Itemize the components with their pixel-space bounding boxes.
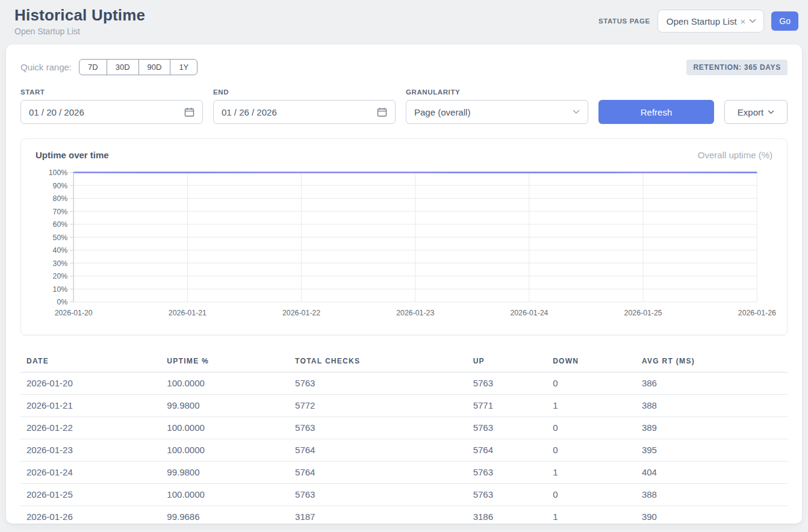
export-button[interactable]: Export [724,100,788,124]
calendar-icon[interactable] [184,107,194,117]
svg-text:100%: 100% [49,169,68,177]
table-cell: 5763 [295,373,473,395]
table-cell: 0 [553,373,642,395]
chevron-down-icon [749,19,756,23]
table-cell: 1 [553,395,642,417]
table-cell: 1 [553,462,642,484]
uptime-chart: 0%10%20%30%40%50%60%70%80%90%100%2026-01… [36,165,772,329]
table-cell: 5764 [295,439,473,462]
svg-text:2026-01-24: 2026-01-24 [510,309,548,317]
uptime-chart-card: Uptime over time Overall uptime (%) 0%10… [20,138,788,335]
svg-text:2026-01-25: 2026-01-25 [624,309,662,317]
svg-text:30%: 30% [53,259,68,268]
granularity-select[interactable]: Page (overall) [406,100,588,124]
svg-text:10%: 10% [53,285,68,294]
go-button[interactable]: Go [771,11,798,31]
refresh-button[interactable]: Refresh [598,100,714,124]
title-block: Historical Uptime Open Startup List [14,6,145,36]
start-date-value: 01 / 20 / 2026 [29,107,84,117]
table-cell: 5763 [473,484,553,506]
col-header-total-checks: TOTAL CHECKS [295,351,473,373]
table-cell: 100.0000 [167,484,295,506]
chevron-down-icon [768,110,774,114]
table-cell: 99.9800 [167,395,295,417]
table-cell: 5763 [473,373,553,395]
svg-text:90%: 90% [53,182,68,190]
quick-range-label: Quick range: [20,62,72,72]
uptime-chart-svg: 0%10%20%30%40%50%60%70%80%90%100%2026-01… [36,165,772,326]
quick-range-90d[interactable]: 90D [138,59,171,75]
main-card: Quick range: 7D 30D 90D 1Y RETENTION: 36… [6,45,802,524]
svg-text:40%: 40% [53,246,68,255]
table-cell: 5764 [295,462,473,484]
quick-range-buttons: 7D 30D 90D 1Y [79,59,197,75]
granularity-field-group: GRANULARITY Page (overall) [406,88,588,124]
calendar-icon[interactable] [377,107,387,117]
start-date-input[interactable]: 01 / 20 / 2026 [20,100,203,124]
quick-range-1y[interactable]: 1Y [170,59,197,75]
topbar-right: STATUS PAGE Open Startup List × Go [598,10,798,32]
table-cell: 99.9800 [167,462,295,484]
granularity-label: GRANULARITY [406,88,588,96]
clear-icon[interactable]: × [741,17,746,26]
table-cell: 388 [642,484,788,506]
table-cell: 386 [642,373,788,395]
table-cell: 5763 [295,484,473,506]
table-cell: 100.0000 [167,373,295,395]
uptime-table-body: 2026-01-20100.00005763576303862026-01-21… [20,373,788,528]
table-cell: 5771 [473,395,553,417]
table-cell: 2026-01-22 [20,417,167,439]
svg-text:20%: 20% [53,272,68,280]
svg-text:50%: 50% [53,234,68,242]
controls-top-row: Quick range: 7D 30D 90D 1Y RETENTION: 36… [20,59,788,75]
table-cell: 2026-01-20 [20,373,167,395]
table-cell: 404 [642,462,788,484]
table-cell: 2026-01-24 [20,462,167,484]
export-button-label: Export [738,107,763,117]
topbar: Historical Uptime Open Startup List STAT… [0,0,808,40]
uptime-table: DATE UPTIME % TOTAL CHECKS UP DOWN AVG R… [20,351,788,528]
end-date-label: END [213,88,396,96]
table-cell: 389 [642,417,788,439]
table-cell: 5763 [295,417,473,439]
status-page-selected-value: Open Startup List [667,16,737,26]
table-row: 2026-01-2199.9800577257711388 [20,395,788,417]
quick-range-group: Quick range: 7D 30D 90D 1Y [20,59,197,75]
end-date-input[interactable]: 01 / 26 / 2026 [213,100,396,124]
svg-text:0%: 0% [57,298,67,306]
chart-header: Uptime over time Overall uptime (%) [36,150,772,160]
svg-text:2026-01-26: 2026-01-26 [738,309,776,317]
table-cell: 5772 [295,395,473,417]
table-cell: 2026-01-26 [20,506,167,528]
table-cell: 3186 [473,506,553,528]
table-cell: 2026-01-23 [20,439,167,462]
table-cell: 5764 [473,439,553,462]
col-header-up: UP [473,351,553,373]
granularity-selected-value: Page (overall) [414,107,470,117]
svg-text:80%: 80% [53,194,68,203]
table-cell: 0 [553,484,642,506]
table-row: 2026-01-2499.9800576457631404 [20,462,788,484]
table-row: 2026-01-20100.0000576357630386 [20,373,788,395]
table-cell: 0 [553,439,642,462]
svg-text:2026-01-21: 2026-01-21 [169,309,207,317]
uptime-table-head: DATE UPTIME % TOTAL CHECKS UP DOWN AVG R… [20,351,788,373]
col-header-uptime: UPTIME % [167,351,295,373]
col-header-avg-rt: AVG RT (MS) [642,351,788,373]
controls-fields-row: START 01 / 20 / 2026 END 01 / 26 / 2026 … [20,88,788,124]
quick-range-7d[interactable]: 7D [79,59,107,75]
page-subtitle: Open Startup List [14,26,145,36]
table-cell: 100.0000 [167,439,295,462]
status-page-label: STATUS PAGE [598,17,650,25]
start-date-label: START [20,88,203,96]
end-date-value: 01 / 26 / 2026 [222,107,277,117]
svg-text:2026-01-22: 2026-01-22 [282,309,320,317]
quick-range-30d[interactable]: 30D [107,59,139,75]
svg-text:60%: 60% [53,220,68,229]
table-cell: 395 [642,439,788,462]
col-header-down: DOWN [553,351,642,373]
status-page-select[interactable]: Open Startup List × [657,10,765,32]
end-date-field-group: END 01 / 26 / 2026 [213,88,396,124]
chevron-down-icon [573,110,580,114]
page-title: Historical Uptime [14,6,145,25]
